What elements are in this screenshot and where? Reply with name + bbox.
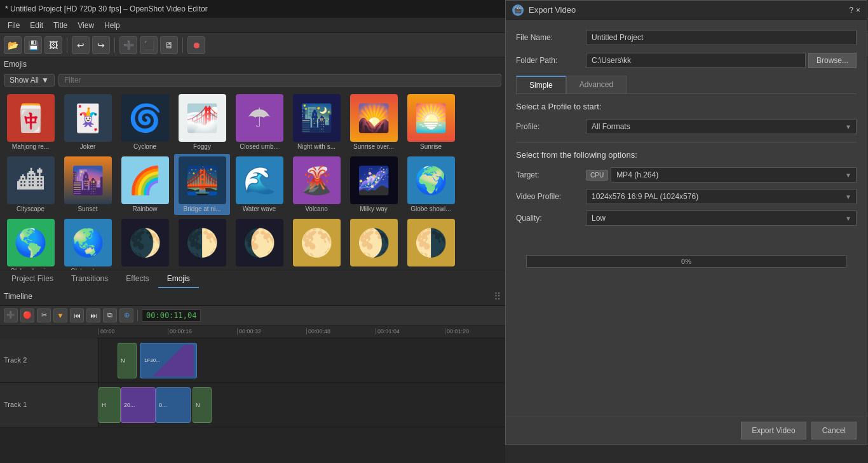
clip-1f30[interactable]: 1F30... [140, 343, 197, 378]
track-2-row: Track 2 N 1F30... [0, 338, 505, 383]
clip-n[interactable]: N [118, 343, 137, 378]
clip-h[interactable]: H [98, 387, 121, 423]
clip-n2[interactable]: N [193, 387, 212, 423]
export-button[interactable]: 🖥 [160, 36, 178, 54]
add-track-button[interactable]: ➕ [119, 36, 137, 54]
emoji-sunset[interactable]: 🌆 Sunset [60, 154, 116, 215]
emoji-volcano[interactable]: 🌋 Volcano [288, 154, 344, 215]
fullscreen-button[interactable]: ⬛ [140, 36, 158, 54]
video-profile-label: Video Profile: [516, 192, 586, 201]
dialog-title-area: 🎬 Export Video [512, 4, 576, 16]
emoji-label-water-wave: Water wave [233, 205, 285, 212]
file-name-input[interactable] [586, 30, 857, 45]
filter-input[interactable] [58, 74, 501, 86]
filter-down-button[interactable]: ▼ [53, 308, 67, 322]
target-select[interactable]: MP4 (h.264) [611, 167, 857, 183]
emoji-globe3[interactable]: 🌏 Globe sho... [60, 216, 116, 270]
tab-effects[interactable]: Effects [117, 270, 158, 288]
menu-help[interactable]: Help [99, 20, 125, 31]
emoji-rainbow[interactable]: 🌈 Rainbow [117, 154, 173, 215]
emoji-half6[interactable]: 🌗 [403, 216, 459, 270]
save-button[interactable]: 💾 [24, 36, 42, 54]
export-dialog: 🎬 Export Video ? × File Name: Folder Pat… [505, 0, 867, 445]
menu-title[interactable]: Title [48, 20, 72, 31]
add-track-tl-button[interactable]: ➕ [4, 308, 18, 322]
emoji-label-cityscape: Cityscape [4, 205, 57, 212]
snapping-button[interactable]: 🔴 [20, 308, 34, 322]
dialog-close-button[interactable]: × [856, 6, 860, 15]
clip-n-label: N [121, 357, 125, 364]
emoji-mahjong[interactable]: 🀄 Mahjong re... [3, 92, 58, 153]
emoji-half5[interactable]: 🌖 [346, 216, 402, 270]
video-profile-select-wrapper: 1024x576 16:9 PAL (1024x576) [586, 189, 857, 204]
emoji-label-rainbow: Rainbow [119, 205, 171, 212]
emoji-water-wave[interactable]: 🌊 Water wave [231, 154, 287, 215]
emoji-milky-way[interactable]: 🌌 Milky way [346, 154, 402, 215]
emoji-globe1[interactable]: 🌍 Globe showi... [403, 154, 459, 215]
emoji-grid: 🀄 Mahjong re... 🃏 Joker 🌀 Cyclone 🌁 Fogg… [0, 89, 505, 270]
emoji-bridge[interactable]: 🌉 Bridge at ni... [174, 154, 230, 215]
emoji-sunrise-over[interactable]: 🌄 Sunrise over... [346, 92, 402, 153]
clip-0[interactable]: 0... [156, 387, 191, 423]
import-button[interactable]: 🖼 [44, 36, 62, 54]
emoji-half2[interactable]: 🌓 [174, 216, 230, 270]
dialog-tabs: Simple Advanced [516, 76, 857, 94]
emoji-foggy[interactable]: 🌁 Foggy [174, 92, 230, 153]
ruler-mark-4: 00:01:04 [376, 328, 445, 335]
section-divider [516, 142, 857, 142]
tab-project-files[interactable]: Project Files [3, 270, 62, 288]
record-button[interactable]: ⏺ [187, 36, 205, 54]
menu-file[interactable]: File [3, 20, 25, 31]
folder-path-input[interactable] [586, 53, 806, 68]
emoji-thumb-globe1: 🌍 [407, 156, 455, 204]
dialog-help-button[interactable]: ? [849, 6, 853, 15]
menu-view[interactable]: View [72, 20, 99, 31]
emoji-thumb-globe2: 🌎 [7, 219, 55, 266]
emoji-cyclone[interactable]: 🌀 Cyclone [117, 92, 173, 153]
emoji-sunrise[interactable]: 🌅 Sunrise [403, 92, 459, 153]
video-profile-select[interactable]: 1024x576 16:9 PAL (1024x576) [586, 189, 857, 204]
dialog-footer: Export Video Cancel [506, 416, 867, 445]
track-2-label: Track 2 [4, 356, 27, 364]
browse-button[interactable]: Browse... [808, 53, 857, 68]
emoji-half3[interactable]: 🌔 [231, 216, 287, 270]
emoji-label-mahjong: Mahjong re... [4, 143, 57, 150]
jump-start-button[interactable]: ⏮ [70, 308, 84, 322]
clip-20[interactable]: 20... [121, 387, 156, 423]
timeline-header: Timeline ⠿ [0, 288, 505, 306]
emoji-half1[interactable]: 🌒 [117, 216, 173, 270]
emoji-thumb-volcano: 🌋 [293, 156, 341, 204]
emoji-thumb-bridge: 🌉 [179, 156, 226, 204]
cancel-button[interactable]: Cancel [811, 422, 857, 439]
export-video-button[interactable]: Export Video [741, 422, 806, 439]
track-1-content[interactable]: H 20... 0... N [98, 383, 505, 427]
profile-select[interactable]: All Formats HD 720p HD 1080p DVD [586, 119, 857, 134]
quality-select[interactable]: Low Medium High [586, 211, 857, 226]
emoji-half4[interactable]: 🌕 [288, 216, 344, 270]
emoji-cityscape[interactable]: 🏙 Cityscape [3, 154, 58, 215]
track-2-content[interactable]: N 1F30... [98, 338, 505, 382]
show-all-dropdown[interactable]: Show All ▼ [4, 74, 55, 86]
emoji-thumb-foggy: 🌁 [179, 94, 226, 142]
undo-button[interactable]: ↩ [72, 36, 90, 54]
redo-button[interactable]: ↪ [92, 36, 110, 54]
tab-transitions[interactable]: Transitions [62, 270, 117, 288]
emoji-toolbar: Show All ▼ [0, 71, 505, 89]
emoji-closed-umb[interactable]: ☂ Closed umb... [231, 92, 287, 153]
tabs-bar: Project Files Transitions Effects Emojis [0, 270, 505, 288]
emoji-night-with[interactable]: 🌃 Night with s... [288, 92, 344, 153]
jump-end-button[interactable]: ⏭ [86, 308, 100, 322]
menu-edit[interactable]: Edit [25, 20, 48, 31]
center-button[interactable]: ⧉ [103, 308, 117, 322]
open-button[interactable]: 📂 [4, 36, 22, 54]
emoji-thumb-joker: 🃏 [64, 94, 112, 142]
zoom-button[interactable]: ⊕ [119, 308, 133, 322]
dialog-tab-simple[interactable]: Simple [516, 76, 566, 93]
tab-emojis[interactable]: Emojis [158, 270, 199, 288]
dialog-tab-advanced[interactable]: Advanced [566, 76, 627, 93]
emoji-joker[interactable]: 🃏 Joker [60, 92, 116, 153]
emoji-globe2[interactable]: 🌎 Globe showi... [3, 216, 58, 270]
emoji-label-globe1: Globe showi... [405, 205, 457, 212]
razorblade-button[interactable]: ✂ [37, 308, 51, 322]
ruler-mark-0: 00:00 [98, 328, 168, 335]
